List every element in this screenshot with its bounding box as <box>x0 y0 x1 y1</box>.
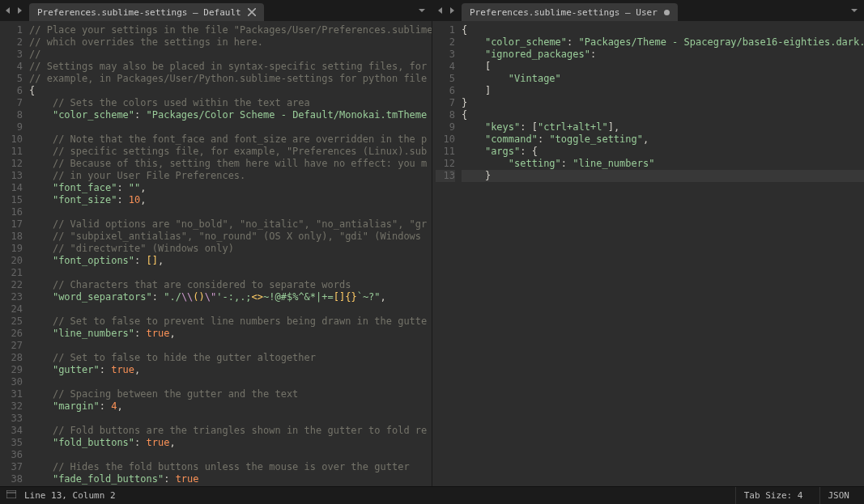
status-tab-size[interactable]: Tab Size: 4 <box>735 487 811 504</box>
status-syntax[interactable]: JSON <box>819 487 858 504</box>
editor-left[interactable]: 1234567891011121314151617181920212223242… <box>0 21 432 486</box>
code-line[interactable]: // in your User File Preferences. <box>29 170 432 182</box>
dirty-indicator-icon[interactable] <box>664 10 670 15</box>
svg-rect-0 <box>6 490 16 498</box>
line-number: 23 <box>3 291 23 303</box>
tab-history-forward-icon[interactable] <box>447 6 457 15</box>
code-line[interactable]: "ignored_packages": <box>462 49 864 61</box>
line-number: 8 <box>3 109 23 121</box>
code-line[interactable] <box>29 303 432 316</box>
code-line[interactable]: "gutter": true, <box>29 364 432 376</box>
code-line[interactable]: "font_size": 10, <box>29 194 432 206</box>
status-bar: Line 13, Column 2 Tab Size: 4 JSON <box>0 486 864 504</box>
tab-title: Preferences.sublime-settings — User <box>470 7 658 18</box>
line-number: 26 <box>3 328 23 340</box>
code-line[interactable]: // Because of this, setting them here wi… <box>29 158 432 170</box>
line-number: 35 <box>3 437 23 449</box>
code-line[interactable]: "setting": "line_numbers" <box>462 158 864 170</box>
line-number: 12 <box>3 158 23 170</box>
tab-history-back-icon[interactable] <box>3 6 13 15</box>
code-line[interactable]: "fold_buttons": true, <box>29 437 432 449</box>
line-number: 1 <box>436 24 455 36</box>
line-number: 19 <box>3 243 23 255</box>
code-line[interactable]: // Place your settings in the file "Pack… <box>29 24 432 36</box>
code-line[interactable] <box>29 376 432 388</box>
line-number: 36 <box>3 449 23 461</box>
code-line[interactable]: { <box>29 85 432 97</box>
tab-overflow-icon[interactable] <box>415 5 428 16</box>
code-line[interactable]: // "subpixel_antialias", "no_round" (OS … <box>29 231 432 243</box>
code-line[interactable] <box>29 121 432 133</box>
code-line[interactable]: // "directwrite" (Windows only) <box>29 243 432 255</box>
code-line[interactable]: "color_scheme": "Packages/Theme - Spaceg… <box>462 36 864 49</box>
code-line[interactable]: "fade_fold_buttons": true <box>29 473 432 485</box>
panel-switcher-icon[interactable] <box>6 490 16 501</box>
code-right[interactable]: { "color_scheme": "Packages/Theme - Spac… <box>462 21 864 486</box>
line-number: 2 <box>436 36 455 49</box>
line-number: 6 <box>436 85 455 97</box>
code-line[interactable]: "font_options": [], <box>29 255 432 267</box>
code-line[interactable]: "keys": ["ctrl+alt+l"], <box>462 121 864 133</box>
tab-history-forward-icon[interactable] <box>15 6 24 15</box>
code-line[interactable]: // which overrides the settings in here. <box>29 36 432 49</box>
code-line[interactable]: ] <box>462 85 864 97</box>
line-number: 20 <box>3 255 23 267</box>
code-line[interactable]: "word_separators": "./\\()\"'-:,.;<>~!@#… <box>29 291 432 303</box>
line-number: 5 <box>3 73 23 85</box>
code-line[interactable]: // Valid options are "no_bold", "no_ital… <box>29 218 432 231</box>
code-line[interactable] <box>29 413 432 425</box>
code-line[interactable]: "command": "toggle_setting", <box>462 133 864 146</box>
tab-history-back-icon[interactable] <box>436 6 445 15</box>
code-line[interactable]: // specific settings file, for example, … <box>29 146 432 158</box>
code-line[interactable]: // Spacing between the gutter and the te… <box>29 388 432 400</box>
line-number: 8 <box>436 109 455 121</box>
code-line[interactable]: "color_scheme": "Packages/Color Scheme -… <box>29 109 432 121</box>
line-number: 37 <box>3 461 23 473</box>
tab-bar-left: Preferences.sublime-settings — Default <box>0 0 432 21</box>
code-line[interactable]: // Set to false to hide the gutter altog… <box>29 352 432 364</box>
code-line[interactable] <box>29 340 432 352</box>
code-line[interactable]: "font_face": "", <box>29 182 432 194</box>
code-line[interactable]: [ <box>462 61 864 73</box>
code-line[interactable] <box>29 206 432 218</box>
code-line[interactable]: // Sets the colors used within the text … <box>29 97 432 109</box>
code-line[interactable] <box>29 449 432 461</box>
editor-right[interactable]: 12345678910111213 { "color_scheme": "Pac… <box>432 21 864 486</box>
code-line[interactable]: { <box>462 24 864 36</box>
tab-default-preferences[interactable]: Preferences.sublime-settings — Default <box>29 3 264 21</box>
code-line[interactable]: { <box>462 109 864 121</box>
line-number: 14 <box>3 182 23 194</box>
line-number: 15 <box>3 194 23 206</box>
code-line[interactable]: } <box>462 97 864 109</box>
line-number: 10 <box>3 133 23 146</box>
line-number: 9 <box>3 121 23 133</box>
line-number: 16 <box>3 206 23 218</box>
tab-overflow-icon[interactable] <box>848 5 861 16</box>
code-line[interactable]: "Vintage" <box>462 73 864 85</box>
code-line[interactable]: // <box>29 49 432 61</box>
line-number: 13 <box>436 170 455 182</box>
code-line[interactable]: "margin": 4, <box>29 400 432 413</box>
code-left[interactable]: // Place your settings in the file "Pack… <box>29 21 432 486</box>
line-number: 34 <box>3 425 23 437</box>
code-line[interactable]: // example, in Packages/User/Python.subl… <box>29 73 432 85</box>
code-line[interactable]: // Note that the font_face and font_size… <box>29 133 432 146</box>
code-line[interactable]: // Settings may also be placed in syntax… <box>29 61 432 73</box>
code-line[interactable]: // Hides the fold buttons unless the mou… <box>29 461 432 473</box>
code-line[interactable]: "line_numbers": true, <box>29 328 432 340</box>
code-line[interactable]: // Fold buttons are the triangles shown … <box>29 425 432 437</box>
code-line[interactable]: } <box>462 170 864 182</box>
close-icon[interactable] <box>248 8 256 16</box>
tab-user-preferences[interactable]: Preferences.sublime-settings — User <box>462 3 678 21</box>
code-line[interactable]: "args": { <box>462 146 864 158</box>
code-line[interactable]: // Characters that are considered to sep… <box>29 279 432 291</box>
line-number: 2 <box>3 36 23 49</box>
tab-bar-right: Preferences.sublime-settings — User <box>432 0 864 21</box>
line-number: 38 <box>3 473 23 485</box>
code-line[interactable] <box>29 267 432 279</box>
line-number: 1 <box>3 24 23 36</box>
status-cursor: Line 13, Column 2 <box>24 490 116 501</box>
line-number: 4 <box>3 61 23 73</box>
tab-title: Preferences.sublime-settings — Default <box>37 7 241 18</box>
code-line[interactable]: // Set to false to prevent line numbers … <box>29 316 432 328</box>
